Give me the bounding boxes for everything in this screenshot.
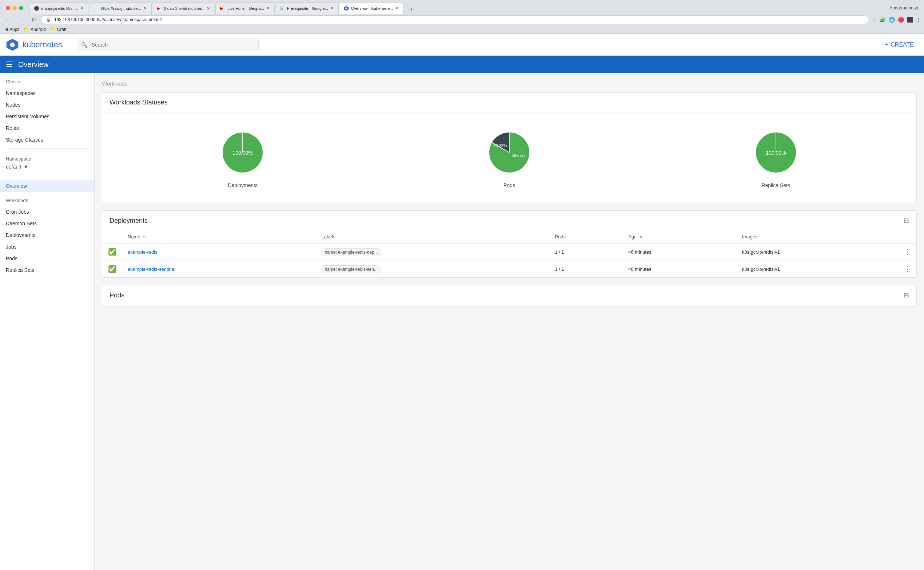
- app-header: kubernetes 🔍 + CREATE: [0, 34, 924, 56]
- age-cell-1: 46 minutes: [622, 244, 736, 260]
- deployments-header-row: Name ⇅ Labels Pods Age ⇅: [102, 230, 916, 244]
- pods-col-header: Pods: [549, 230, 622, 244]
- workloads-statuses-title: Workloads Statuses: [110, 99, 168, 106]
- back-button[interactable]: ←: [3, 16, 13, 24]
- sidebar-item-storage-classes[interactable]: Storage Classes: [0, 134, 94, 146]
- browser-titlebar: ⚫ mappuji/redis-k8s: ... ✕ 📄 https://raw…: [0, 0, 924, 14]
- browser-tab-4[interactable]: ▶ Luis Fonsi - Despa... ✕: [215, 2, 275, 14]
- extension-icon-1[interactable]: 🧩: [880, 17, 886, 23]
- tab-close-1[interactable]: ✕: [80, 6, 84, 11]
- namespace-select[interactable]: default ▼: [6, 164, 89, 170]
- browser-address-bar[interactable]: 🔒 192.168.99.100:30000/#!/overview?names…: [41, 15, 869, 24]
- bookmark-android-label: Android: [31, 27, 46, 32]
- tab-favicon-3: ▶: [157, 6, 162, 11]
- bookmark-star-icon[interactable]: ☆: [872, 17, 877, 23]
- forward-button[interactable]: →: [16, 16, 26, 24]
- deployments-table-body: ✅ example-redis name: example-redis-dep.…: [102, 244, 916, 278]
- sidebar: Cluster Namespaces Nodes Persistent Volu…: [0, 73, 95, 570]
- menu-icon[interactable]: ☰: [6, 60, 12, 69]
- actions-cell-2: ⋮: [898, 260, 916, 278]
- age-sort-icon[interactable]: ⇅: [640, 235, 643, 239]
- status-col-header: [102, 230, 122, 244]
- status-cell-2: ✅: [102, 260, 122, 278]
- extension-icon-3[interactable]: 🔴: [898, 17, 904, 23]
- images-col-header: Images: [736, 230, 898, 244]
- name-cell-2: example-redis-sentinel: [122, 260, 316, 278]
- tab-close-2[interactable]: ✕: [144, 6, 147, 11]
- more-icon-1[interactable]: ⋮: [904, 248, 910, 256]
- new-tab-button[interactable]: +: [407, 5, 416, 14]
- deployments-table: Name ⇅ Labels Pods Age ⇅: [102, 230, 916, 277]
- folder-icon-2: 📁: [50, 27, 56, 32]
- browser-tab-3[interactable]: ▶ 0 dari 1 telah diuploa... ✕: [152, 2, 215, 14]
- workloads-statuses-body: 100.00% Deployments: [102, 112, 916, 203]
- workloads-section-title: Workloads: [0, 192, 94, 206]
- actions-col-header: [898, 230, 916, 244]
- deployments-filter-icon[interactable]: ⊟: [904, 216, 909, 225]
- sidebar-item-roles[interactable]: Roles: [0, 122, 94, 134]
- window-minimize[interactable]: [12, 6, 17, 10]
- tab-favicon-6: [344, 6, 349, 11]
- sidebar-item-jobs[interactable]: Jobs: [0, 241, 94, 253]
- app-search[interactable]: 🔍: [77, 38, 259, 51]
- browser-tab-1[interactable]: ⚫ mappuji/redis-k8s: ... ✕: [29, 2, 89, 14]
- more-icon-2[interactable]: ⋮: [904, 265, 910, 273]
- bookmark-apps-label: Apps: [9, 27, 19, 32]
- sidebar-item-cron-jobs[interactable]: Cron Jobs: [0, 206, 94, 218]
- window-controls: [3, 6, 26, 10]
- browser-username: Abdurrachman: [889, 5, 918, 11]
- sidebar-item-overview[interactable]: Overview: [0, 180, 94, 192]
- name-sort-icon[interactable]: ⇅: [143, 235, 146, 239]
- browser-nav: ← → ↻: [3, 16, 38, 24]
- search-input[interactable]: [77, 38, 259, 51]
- label-chip-2: name: example-redis-sen...: [322, 265, 381, 273]
- browser-tab-6[interactable]: Overview - Kubernete... ✕: [339, 2, 404, 14]
- tab-title-6: Overview - Kubernete...: [351, 6, 393, 11]
- deployments-card-header: Deployments ⊟: [102, 211, 916, 230]
- k8s-logo-text: kubernetes: [23, 40, 62, 49]
- tab-close-6[interactable]: ✕: [395, 6, 399, 11]
- window-maximize[interactable]: [19, 6, 23, 10]
- tab-title-2: https://raw.githubuse...: [101, 6, 141, 11]
- deployment-link-2[interactable]: example-redis-sentinel: [128, 267, 175, 272]
- tab-favicon-4: ▶: [220, 6, 225, 11]
- browser-tab-2[interactable]: 📄 https://raw.githubuse... ✕: [89, 2, 151, 14]
- sidebar-item-namespaces-label: Namespaces: [6, 90, 36, 96]
- window-close[interactable]: [6, 6, 10, 10]
- extension-icon-2[interactable]: 🌐: [889, 17, 895, 23]
- pods-card-title: Pods: [110, 291, 124, 299]
- pods-chart-label: Pods: [504, 182, 515, 188]
- sidebar-item-pods[interactable]: Pods: [0, 253, 94, 264]
- sidebar-pods-label: Pods: [6, 256, 17, 261]
- tab-close-4[interactable]: ✕: [266, 6, 270, 11]
- sidebar-item-deployments[interactable]: Deployments: [0, 229, 94, 241]
- more-tools-icon[interactable]: ⋮: [916, 17, 921, 23]
- tab-close-3[interactable]: ✕: [207, 6, 210, 11]
- sidebar-item-persistent-volumes[interactable]: Persistent Volumes: [0, 111, 94, 122]
- pods-filter-icon[interactable]: ⊟: [904, 291, 909, 299]
- sidebar-item-replica-sets[interactable]: Replica Sets: [0, 264, 94, 276]
- namespace-section: Namespace default ▼: [0, 152, 94, 174]
- tab-favicon-1: ⚫: [34, 6, 39, 11]
- extension-icon-4[interactable]: ⬛: [907, 17, 913, 23]
- k8s-logo-icon: [6, 38, 19, 51]
- deployments-chart-item: 100.00% Deployments: [217, 127, 268, 188]
- browser-tab-5[interactable]: G Prerequisite - Google... ✕: [275, 2, 339, 14]
- sidebar-item-namespaces[interactable]: Namespaces: [0, 87, 94, 99]
- sidebar-divider-2: [6, 177, 89, 177]
- sidebar-item-nodes[interactable]: Nodes: [0, 99, 94, 111]
- bookmark-android[interactable]: 📁 Android: [24, 27, 46, 32]
- browser-address-bar-row: ← → ↻ 🔒 192.168.99.100:30000/#!/overview…: [0, 14, 924, 26]
- deployment-link-1[interactable]: example-redis: [128, 249, 157, 255]
- bookmark-apps[interactable]: ⊞ Apps: [5, 27, 19, 32]
- tab-close-5[interactable]: ✕: [330, 6, 334, 11]
- refresh-button[interactable]: ↻: [29, 16, 38, 24]
- tab-favicon-2: 📄: [93, 6, 99, 11]
- create-button[interactable]: + CREATE: [881, 38, 918, 51]
- bookmark-craft[interactable]: 📁 Craft: [50, 27, 67, 32]
- tab-title-4: Luis Fonsi - Despa...: [228, 6, 264, 11]
- sidebar-item-daemon-sets[interactable]: Daemon Sets: [0, 218, 94, 229]
- create-label: CREATE: [890, 41, 914, 48]
- actions-cell-1: ⋮: [898, 244, 916, 260]
- browser-user: Abdurrachman: [889, 5, 921, 11]
